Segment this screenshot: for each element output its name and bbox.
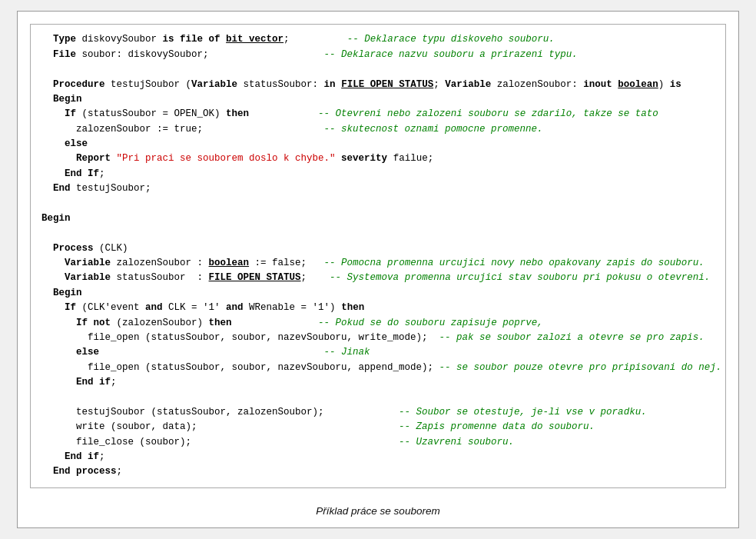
- code-line-30: End process;: [41, 464, 715, 479]
- code-line-2: File soubor: diskovySoubor; -- Deklarace…: [41, 48, 715, 62]
- code-line-8: else: [41, 137, 715, 151]
- main-container: Type diskovySoubor is file of bit_vector…: [17, 11, 739, 527]
- code-line-3: [41, 62, 715, 77]
- code-line-6: If (statusSoubor = OPEN_OK) then -- Otev…: [41, 107, 715, 121]
- code-line-5: Begin: [41, 92, 715, 107]
- code-line-27: write (soubor, data); -- Zapis promenne …: [41, 420, 715, 434]
- code-line-28: file_close (soubor); -- Uzavreni souboru…: [41, 435, 715, 450]
- code-line-12: [41, 197, 715, 211]
- code-line-22: else -- Jinak: [41, 345, 715, 360]
- code-line-18: Begin: [41, 286, 715, 301]
- code-line-25: [41, 390, 715, 404]
- code-line-13: Begin: [41, 211, 715, 226]
- code-line-17: Variable statusSoubor : FILE_OPEN_STATUS…: [41, 271, 715, 285]
- code-line-10: End If;: [41, 167, 715, 181]
- code-line-24: End if;: [41, 375, 715, 390]
- code-line-9: Report "Pri praci se souborem doslo k ch…: [41, 151, 715, 166]
- code-line-16: Variable zalozenSoubor : boolean := fals…: [41, 256, 715, 271]
- code-line-4: Procedure testujSoubor (Variable statusS…: [41, 78, 715, 92]
- code-line-15: Process (CLK): [41, 241, 715, 256]
- code-line-1: Type diskovySoubor is file of bit_vector…: [41, 32, 715, 47]
- code-block: Type diskovySoubor is file of bit_vector…: [30, 24, 726, 487]
- code-line-19: If (CLK'event and CLK = '1' and WRenable…: [41, 301, 715, 315]
- code-line-29: End if;: [41, 450, 715, 464]
- code-line-23: file_open (statusSoubor, soubor, nazevSo…: [41, 361, 715, 375]
- code-line-20: If not (zalozenSoubor) then -- Pokud se …: [41, 316, 715, 331]
- caption: Příklad práce se souborem: [18, 501, 738, 527]
- code-line-21: file_open (statusSoubor, soubor, nazevSo…: [41, 331, 715, 345]
- code-line-11: End testujSoubor;: [41, 181, 715, 196]
- code-line-14: [41, 226, 715, 241]
- code-line-7: zalozenSoubor := true; -- skutecnost ozn…: [41, 122, 715, 137]
- code-line-26: testujSoubor (statusSoubor, zalozenSoubo…: [41, 405, 715, 420]
